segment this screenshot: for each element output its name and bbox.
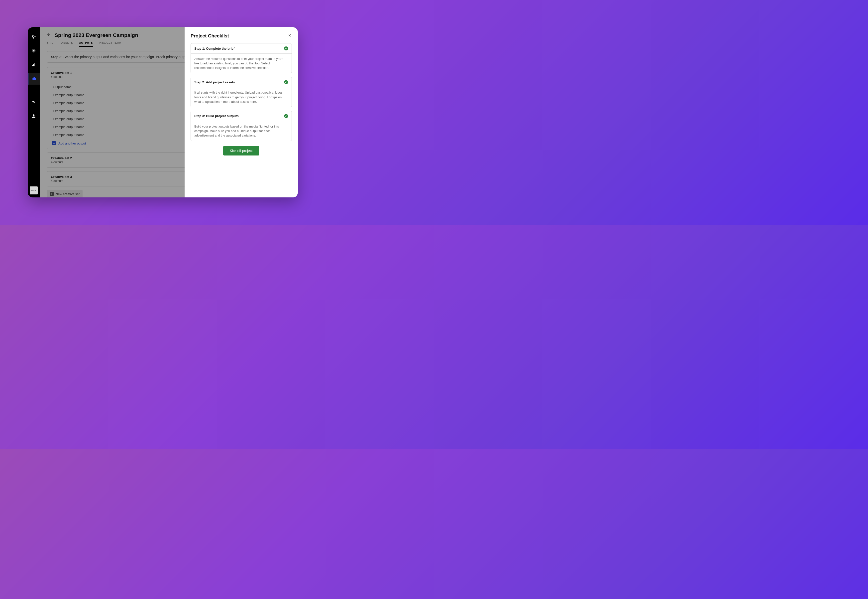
svg-point-7: [34, 102, 35, 102]
sidebar-user-icon[interactable]: [28, 110, 40, 122]
checklist-step-title: Step 2: Add project assets: [194, 80, 235, 84]
tab-assets[interactable]: ASSETS: [62, 41, 73, 47]
plus-icon: +: [52, 141, 56, 145]
page-title: Spring 2023 Evergreen Campaign: [55, 32, 138, 38]
checklist-step-2: Step 2: Add project assets It all starts…: [191, 77, 292, 107]
svg-rect-1: [32, 65, 33, 66]
app-frame: siesta Spring 2023 Evergreen Campaign BR…: [28, 27, 298, 197]
svg-rect-5: [33, 77, 35, 78]
svg-point-9: [33, 114, 35, 116]
checklist-step-title: Step 3: Build project outputs: [194, 114, 239, 118]
svg-rect-2: [33, 64, 34, 66]
sidebar-people-icon[interactable]: [28, 96, 40, 108]
svg-point-6: [32, 101, 34, 102]
tab-brief[interactable]: BRIEF: [47, 41, 56, 47]
new-set-label: New creative set: [56, 192, 80, 196]
tab-project-team[interactable]: PROJECT TEAM: [99, 41, 122, 47]
checklist-step-title: Step 1: Complete the brief: [194, 47, 234, 50]
checklist-step-1: Step 1: Complete the brief Answer the re…: [191, 43, 292, 74]
check-complete-icon: [284, 80, 288, 84]
checklist-step-3: Step 3: Build project outputs Build your…: [191, 111, 292, 141]
close-icon[interactable]: [288, 33, 292, 39]
checklist-step-body: It all starts with the right ingredients…: [191, 87, 291, 107]
checklist-step-body: Build your project outputs based on the …: [191, 121, 291, 141]
checklist-step-body: Answer the required questions to brief y…: [191, 53, 291, 73]
sidebar: siesta: [28, 27, 40, 197]
panel-title: Project Checklist: [191, 33, 229, 39]
svg-point-8: [33, 102, 34, 103]
checklist-panel: Project Checklist Step 1: Complete the b…: [185, 27, 298, 197]
tab-outputs[interactable]: OUTPUTS: [79, 41, 93, 47]
check-complete-icon: [284, 114, 288, 118]
sidebar-add-icon[interactable]: [28, 45, 40, 57]
sidebar-cursor-icon[interactable]: [28, 31, 40, 43]
instruction-step-label: Step 3:: [51, 55, 63, 59]
brand-badge: siesta: [30, 187, 38, 194]
learn-more-link[interactable]: learn more about assets here: [216, 100, 256, 104]
add-output-label: Add another output: [59, 141, 86, 145]
check-complete-icon: [284, 47, 288, 50]
sidebar-briefcase-icon[interactable]: [28, 73, 40, 84]
back-arrow-icon[interactable]: [47, 32, 51, 38]
svg-rect-3: [35, 63, 35, 66]
kick-off-button[interactable]: Kick off project: [223, 146, 259, 155]
plus-icon: +: [50, 192, 54, 196]
svg-rect-4: [32, 78, 36, 80]
sidebar-analytics-icon[interactable]: [28, 59, 40, 71]
instruction-text: Select the primary output and variations…: [64, 55, 201, 59]
new-creative-set-button[interactable]: + New creative set: [47, 190, 83, 197]
